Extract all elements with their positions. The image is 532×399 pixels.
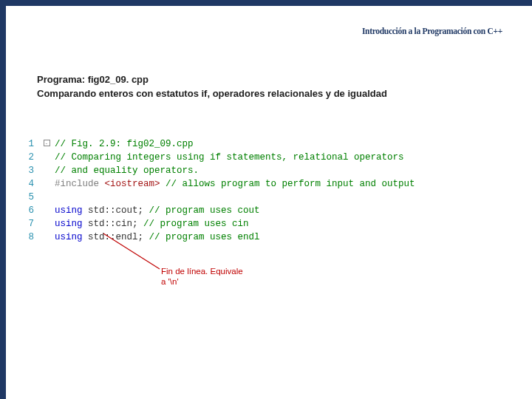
fold-gutter: - — [38, 137, 55, 151]
code-line-2: 2 // Comparing integers using if stateme… — [21, 151, 511, 164]
line-number: 7 — [21, 217, 34, 231]
line-number: 5 — [21, 191, 34, 204]
annotation-line-2: a '\n' — [161, 276, 243, 287]
slide-top-accent — [0, 0, 532, 6]
code-text: // Fig. 2.9: fig02_09.cpp — [55, 137, 511, 151]
line-number: 8 — [21, 231, 34, 244]
annotation-text: Fin de línea. Equivale a '\n' — [161, 266, 243, 287]
line-number: 2 — [21, 151, 34, 164]
code-text: // and equality operators. — [55, 164, 511, 177]
code-text: // Comparing integers using if statement… — [55, 151, 511, 164]
svg-line-0 — [103, 233, 160, 269]
code-text: #include <iostream> // allows program to… — [55, 177, 511, 191]
line-number: 4 — [21, 177, 34, 191]
program-description: Comparando enteros con estatutos if, ope… — [37, 88, 387, 99]
line-number: 6 — [21, 204, 34, 217]
code-text — [55, 191, 511, 204]
code-text: using std::cout; // program uses cout — [55, 204, 511, 217]
slide-left-accent — [0, 0, 6, 399]
annotation-line-1: Fin de línea. Equivale — [161, 266, 243, 276]
header-title: Introducción a la Programación con C++ — [362, 27, 502, 35]
code-line-4: 4 #include <iostream> // allows program … — [21, 177, 511, 191]
code-line-1: 1 - // Fig. 2.9: fig02_09.cpp — [21, 137, 511, 151]
code-line-7: 7 using std::cin; // program uses cin — [21, 217, 511, 231]
program-name: Programa: fig02_09. cpp — [37, 74, 149, 85]
code-line-3: 3 // and equality operators. — [21, 164, 511, 177]
line-number: 1 — [21, 137, 34, 151]
code-line-6: 6 using std::cout; // program uses cout — [21, 204, 511, 217]
code-text: using std::cin; // program uses cin — [55, 217, 511, 231]
code-block: 1 - // Fig. 2.9: fig02_09.cpp 2 // Compa… — [21, 137, 511, 244]
fold-minus-icon: - — [44, 140, 50, 146]
code-line-5: 5 — [21, 191, 511, 204]
line-number: 3 — [21, 164, 34, 177]
